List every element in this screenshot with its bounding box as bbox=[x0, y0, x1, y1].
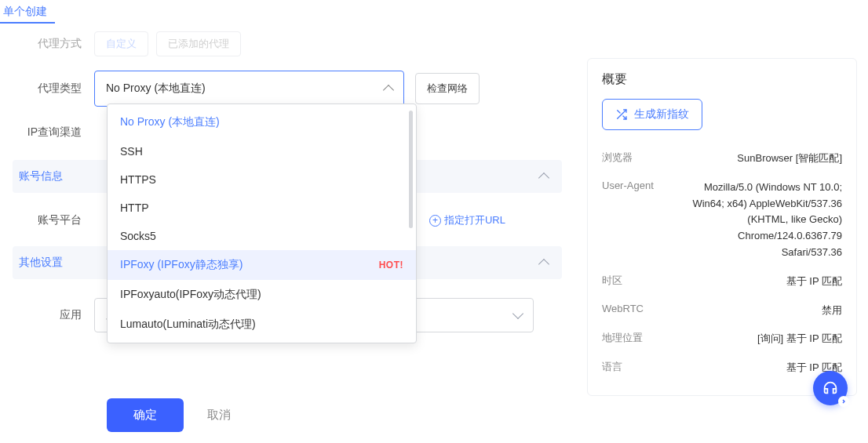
proxy-type-option[interactable]: HTTPS bbox=[108, 165, 416, 194]
generate-fingerprint-label: 生成新指纹 bbox=[634, 107, 689, 122]
summary-key: User-Agent bbox=[602, 180, 654, 191]
summary-row: 语言基于 IP 匹配 bbox=[602, 354, 842, 383]
proxy-type-option[interactable]: IPFoxy (IPFoxy静态独享)HOT! bbox=[108, 250, 416, 280]
headset-icon bbox=[822, 379, 839, 397]
option-label: HTTPS bbox=[120, 173, 156, 186]
summary-value: Mozilla/5.0 (Windows NT 10.0; Win64; x64… bbox=[677, 180, 842, 261]
hot-badge: HOT! bbox=[379, 260, 403, 271]
proxy-type-option[interactable]: SSH bbox=[108, 137, 416, 165]
chevron-up-icon bbox=[538, 172, 549, 183]
shuffle-icon bbox=[615, 108, 628, 121]
support-fab[interactable] bbox=[813, 371, 848, 405]
proxy-type-select[interactable]: No Proxy (本地直连) bbox=[94, 71, 404, 107]
summary-value: 禁用 bbox=[822, 303, 842, 319]
proxy-type-option[interactable]: IPFoxyauto(IPFoxy动态代理) bbox=[108, 280, 416, 310]
proxy-type-value: No Proxy (本地直连) bbox=[106, 82, 206, 96]
label-proxy-mode: 代理方式 bbox=[16, 37, 94, 51]
tab-underline bbox=[0, 22, 55, 24]
plus-circle-icon: + bbox=[429, 215, 441, 227]
option-label: IPFoxyauto(IPFoxy动态代理) bbox=[120, 288, 261, 302]
proxy-mode-custom-button[interactable]: 自定义 bbox=[94, 31, 148, 56]
chevron-up-icon bbox=[538, 259, 549, 270]
cancel-button[interactable]: 取消 bbox=[207, 408, 231, 423]
svg-line-2 bbox=[618, 111, 620, 113]
fab-arrow-icon bbox=[838, 396, 849, 407]
option-label: HTTP bbox=[120, 202, 149, 214]
label-platform: 账号平台 bbox=[16, 213, 94, 227]
option-label: SSH bbox=[120, 145, 143, 158]
label-proxy-type: 代理类型 bbox=[16, 82, 94, 96]
summary-row: 浏览器SunBrowser [智能匹配] bbox=[602, 144, 842, 173]
check-network-button[interactable]: 检查网络 bbox=[415, 73, 480, 104]
proxy-mode-added-button[interactable]: 已添加的代理 bbox=[156, 31, 241, 56]
summary-panel: 概要 生成新指纹 浏览器SunBrowser [智能匹配]User-AgentM… bbox=[587, 58, 857, 396]
scrollbar-thumb[interactable] bbox=[409, 111, 413, 228]
option-label: Lumauto(Luminati动态代理) bbox=[120, 318, 256, 332]
section-other-title: 其他设置 bbox=[16, 256, 94, 270]
generate-fingerprint-button[interactable]: 生成新指纹 bbox=[602, 99, 702, 130]
chevron-down-icon bbox=[512, 308, 523, 319]
footer-actions: 确定 取消 bbox=[107, 398, 231, 432]
proxy-type-option[interactable]: No Proxy (本地直连) bbox=[108, 107, 416, 137]
summary-key: 语言 bbox=[602, 360, 622, 374]
summary-value: [询问] 基于 IP 匹配 bbox=[757, 331, 842, 347]
label-app: 应用 bbox=[16, 308, 94, 322]
summary-row: WebRTC禁用 bbox=[602, 296, 842, 325]
open-url-label: 指定打开URL bbox=[444, 213, 505, 227]
summary-key: WebRTC bbox=[602, 303, 644, 314]
summary-key: 地理位置 bbox=[602, 331, 643, 345]
option-label: Socks5 bbox=[120, 230, 156, 242]
option-label: No Proxy (本地直连) bbox=[120, 115, 220, 129]
section-account-title: 账号信息 bbox=[16, 169, 94, 183]
proxy-type-option[interactable]: Lumauto(Luminati动态代理) bbox=[108, 310, 416, 340]
tab-single-create[interactable]: 单个创建 bbox=[0, 5, 47, 19]
proxy-type-option[interactable]: HTTP bbox=[108, 194, 416, 222]
option-label: IPFoxy (IPFoxy静态独享) bbox=[120, 258, 243, 272]
summary-value: 基于 IP 匹配 bbox=[786, 274, 842, 290]
summary-value: SunBrowser [智能匹配] bbox=[737, 151, 842, 167]
summary-key: 浏览器 bbox=[602, 151, 633, 165]
summary-key: 时区 bbox=[602, 274, 622, 288]
open-url-link[interactable]: + 指定打开URL bbox=[429, 213, 505, 227]
confirm-button[interactable]: 确定 bbox=[107, 398, 184, 432]
proxy-type-option[interactable]: Socks5 bbox=[108, 222, 416, 250]
summary-row: User-AgentMozilla/5.0 (Windows NT 10.0; … bbox=[602, 173, 842, 267]
chevron-up-icon bbox=[383, 85, 394, 96]
summary-row: 地理位置[询问] 基于 IP 匹配 bbox=[602, 325, 842, 354]
proxy-type-dropdown: No Proxy (本地直连)SSHHTTPSHTTPSocks5IPFoxy … bbox=[107, 103, 417, 343]
summary-row: 时区基于 IP 匹配 bbox=[602, 267, 842, 296]
label-ip-channel: IP查询渠道 bbox=[16, 125, 94, 140]
summary-title: 概要 bbox=[602, 71, 842, 88]
